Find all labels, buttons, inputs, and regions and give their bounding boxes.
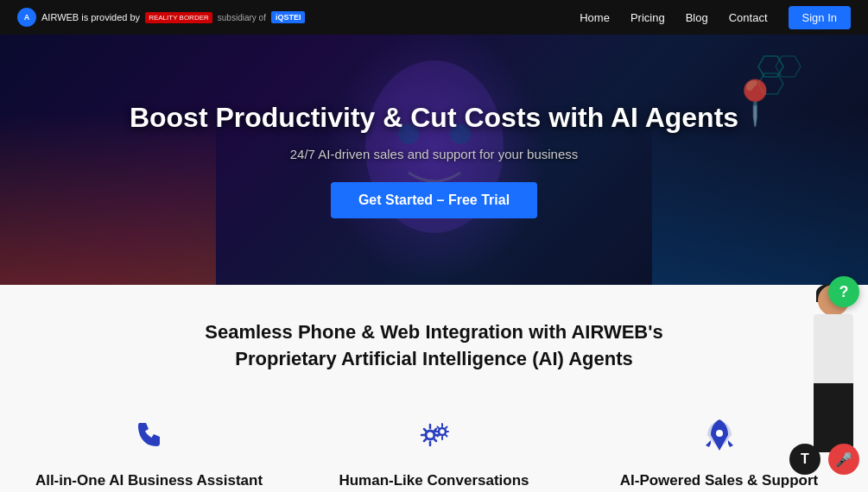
nav-home[interactable]: Home [580, 11, 610, 24]
feature-title-assistant: All-in-One AI Business Assistant [29, 472, 270, 489]
iqstei-logo: iQSTEI [271, 11, 306, 23]
feature-card-conversations: Human-Like Conversations Engage your lea… [305, 407, 564, 492]
gears-icon [314, 416, 555, 462]
signin-button[interactable]: Sign In [789, 6, 851, 29]
airweb-logo: A [17, 8, 36, 27]
subsidiary-text: subsidiary of [218, 13, 266, 22]
help-button[interactable]: ? [828, 276, 859, 307]
brand: A AIRWEB is provided by REALITY BORDER s… [17, 8, 305, 27]
avatar-figure [799, 285, 868, 457]
svg-point-8 [716, 430, 723, 437]
feature-card-assistant: All-in-One AI Business Assistant Connect… [20, 407, 279, 492]
brand-text: AIRWEB is provided by [41, 12, 140, 22]
svg-marker-1 [776, 56, 801, 77]
phone-icon [29, 416, 270, 462]
floating-mic-button[interactable]: 🎤 [828, 444, 859, 475]
nav-links: Home Pricing Blog Contact Sign In [580, 6, 851, 29]
rb-logo: REALITY BORDER [145, 12, 212, 23]
avatar-legs [814, 383, 853, 452]
avatar-body [814, 314, 853, 383]
hero-subtitle: 24/7 AI-driven sales and support for you… [130, 147, 738, 161]
hero-section: 📍 Boost Productivity & Cut Costs with AI… [0, 35, 868, 285]
nav-contact[interactable]: Contact [729, 11, 768, 24]
avatar-container [799, 285, 868, 457]
navbar: A AIRWEB is provided by REALITY BORDER s… [0, 0, 868, 35]
features-title: Seamless Phone & Web Integration with AI… [17, 319, 851, 373]
hero-content: Boost Productivity & Cut Costs with AI A… [130, 101, 738, 218]
features-section: Seamless Phone & Web Integration with AI… [0, 285, 868, 492]
nav-pricing[interactable]: Pricing [630, 11, 665, 24]
nav-blog[interactable]: Blog [686, 11, 708, 24]
floating-t-button[interactable]: T [789, 444, 820, 475]
hero-title: Boost Productivity & Cut Costs with AI A… [130, 101, 738, 134]
cta-button[interactable]: Get Started – Free Trial [331, 182, 537, 218]
features-grid: All-in-One AI Business Assistant Connect… [20, 407, 849, 492]
feature-title-conversations: Human-Like Conversations [314, 472, 555, 489]
